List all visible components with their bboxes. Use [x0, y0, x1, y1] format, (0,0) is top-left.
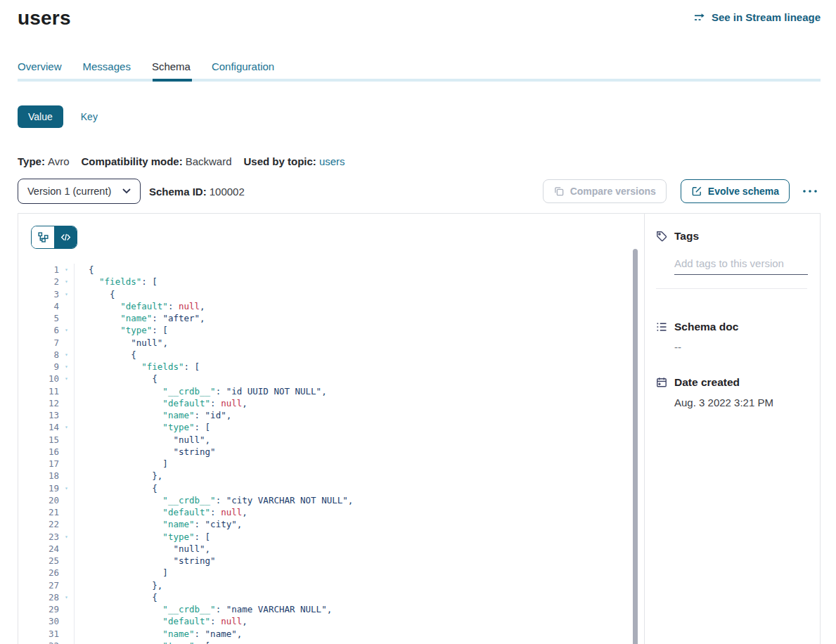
fold-spacer: [59, 434, 74, 446]
page-header: users See in Stream lineage: [18, 0, 821, 30]
code-text: "__crdb__": "city VARCHAR NOT NULL",: [74, 494, 353, 506]
meta-compatibility: Compatibility mode:Backward: [81, 155, 231, 167]
see-in-stream-lineage-link[interactable]: See in Stream lineage: [694, 11, 821, 23]
tab-messages[interactable]: Messages: [83, 60, 131, 79]
code-text: {: [74, 264, 94, 276]
code-text: "null",: [74, 337, 168, 349]
schema-meta-row: Type:Avro Compatibility mode:Backward Us…: [18, 155, 821, 167]
code-line: 15 "null",: [31, 434, 644, 446]
fold-collapse-icon[interactable]: ▾: [59, 373, 74, 385]
date-created-value: Aug. 3 2022 3:21 PM: [674, 397, 807, 408]
tabs: OverviewMessagesSchemaConfiguration: [18, 60, 821, 79]
code-view-button[interactable]: [54, 226, 77, 248]
code-line: 4 "default": null,: [31, 300, 644, 312]
code-text: "type": [: [74, 324, 168, 336]
tab-schema[interactable]: Schema: [152, 60, 191, 79]
chevron-down-icon: [122, 188, 131, 194]
line-number: 4: [31, 300, 59, 312]
fold-collapse-icon[interactable]: ▾: [59, 361, 74, 373]
code-line: 8▾ {: [31, 349, 644, 361]
topic-link[interactable]: users: [319, 155, 345, 167]
code-line: 23▾ "type": [: [31, 531, 644, 543]
code-text: },: [74, 470, 162, 482]
code-line: 6▾ "type": [: [31, 324, 644, 336]
line-number: 25: [31, 555, 59, 567]
fold-spacer: [59, 458, 74, 470]
line-number: 31: [31, 628, 59, 640]
code-line: 18 },: [31, 470, 644, 482]
line-number: 29: [31, 603, 59, 615]
fold-collapse-icon[interactable]: ▾: [59, 264, 74, 276]
compare-versions-button[interactable]: Compare versions: [543, 179, 667, 203]
schema-doc-section: Schema doc --: [656, 321, 807, 353]
ellipsis-icon: [802, 189, 818, 193]
sidebar-divider: [656, 288, 807, 289]
list-icon: [656, 321, 667, 333]
fold-spacer: [59, 385, 74, 397]
active-tab-indicator: [153, 79, 192, 82]
code-line: 24 "null",: [31, 543, 644, 555]
edit-icon: [691, 186, 702, 197]
line-number: 14: [31, 421, 59, 433]
schema-id: Schema ID:100002: [149, 186, 245, 198]
tags-section-header: Tags: [656, 230, 807, 243]
line-number: 21: [31, 506, 59, 518]
copy-icon: [553, 186, 565, 197]
fold-collapse-icon[interactable]: ▾: [59, 324, 74, 336]
code-text: ]: [74, 567, 168, 579]
code-text: "fields": [: [74, 276, 157, 288]
line-number: 15: [31, 434, 59, 446]
vertical-scrollbar[interactable]: [633, 249, 638, 644]
tree-view-button[interactable]: [32, 226, 54, 248]
tab-overview[interactable]: Overview: [18, 60, 62, 79]
line-number: 10: [31, 373, 59, 385]
code-line: 21 "default": null,: [31, 506, 644, 518]
used-by-topic-label: Used by topic:: [244, 155, 316, 167]
evolve-schema-button[interactable]: Evolve schema: [681, 179, 790, 203]
fold-collapse-icon[interactable]: ▾: [59, 349, 74, 361]
fold-collapse-icon[interactable]: ▾: [59, 482, 74, 494]
page-title: users: [18, 7, 71, 30]
code-line: 32▾ "type": [: [31, 640, 644, 644]
fold-collapse-icon[interactable]: ▾: [59, 276, 74, 288]
line-number: 18: [31, 470, 59, 482]
schema-panel: 1▾{2▾ "fields": [3▾ {4 "default": null,5…: [18, 213, 821, 644]
code-text: {: [74, 482, 157, 494]
fold-spacer: [59, 337, 74, 349]
tab-configuration[interactable]: Configuration: [212, 60, 274, 79]
line-number: 6: [31, 324, 59, 336]
line-number: 28: [31, 591, 59, 603]
fold-collapse-icon[interactable]: ▾: [59, 421, 74, 433]
line-number: 23: [31, 531, 59, 543]
add-tags-input[interactable]: [674, 257, 808, 275]
line-number: 11: [31, 385, 59, 397]
code-text: "type": [: [74, 421, 210, 433]
fold-collapse-icon[interactable]: ▾: [59, 531, 74, 543]
schema-doc-header: Schema doc: [656, 321, 807, 333]
version-controls-row: Version 1 (current) Schema ID:100002 Com…: [18, 179, 821, 204]
fold-spacer: [59, 300, 74, 312]
key-toggle-button[interactable]: Key: [81, 111, 98, 122]
code-text: "default": null,: [74, 506, 247, 518]
code-line: 31 "name": "name",: [31, 628, 644, 640]
value-toggle-button[interactable]: Value: [18, 105, 63, 128]
line-number: 9: [31, 361, 59, 373]
code-line: 30 "default": null,: [31, 615, 644, 627]
code-text: "default": null,: [74, 397, 247, 409]
lineage-link-label: See in Stream lineage: [712, 11, 821, 23]
fold-spacer: [59, 555, 74, 567]
version-select[interactable]: Version 1 (current): [18, 179, 141, 204]
date-created-header: Date created: [656, 376, 807, 389]
fold-collapse-icon[interactable]: ▾: [59, 591, 74, 603]
fold-spacer: [59, 628, 74, 640]
code-text: "type": [: [74, 640, 210, 644]
fold-collapse-icon[interactable]: ▾: [59, 288, 74, 300]
meta-type: Type:Avro: [18, 155, 69, 167]
date-created-section: Date created Aug. 3 2022 3:21 PM: [656, 376, 807, 408]
compatibility-value: Backward: [186, 155, 232, 167]
code-line: 16 "string": [31, 446, 644, 458]
compatibility-label: Compatibility mode:: [81, 155, 182, 167]
more-actions-button[interactable]: [799, 186, 821, 196]
fold-collapse-icon[interactable]: ▾: [59, 640, 74, 644]
line-number: 12: [31, 397, 59, 409]
